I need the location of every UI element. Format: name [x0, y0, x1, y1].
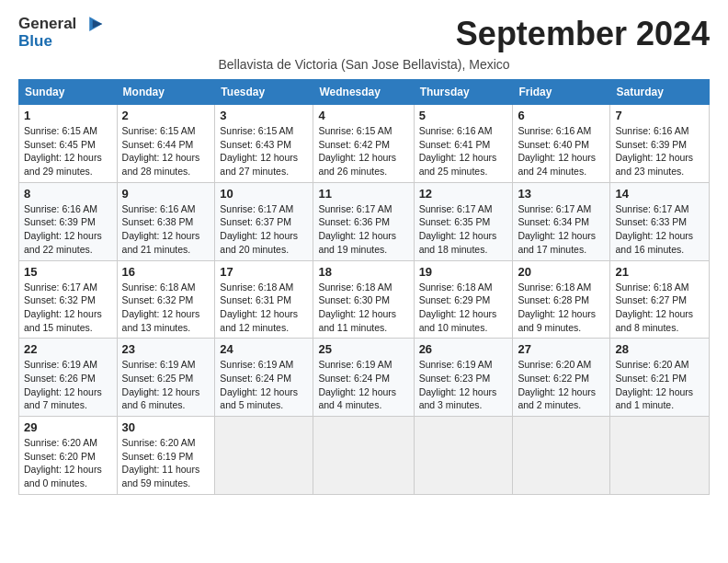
- calendar-cell: 6Sunrise: 6:16 AMSunset: 6:40 PMDaylight…: [513, 105, 610, 183]
- cell-line: Sunrise: 6:20 AM: [24, 437, 97, 448]
- calendar-week-row-5: 29Sunrise: 6:20 AMSunset: 6:20 PMDayligh…: [19, 417, 710, 495]
- cell-line: Sunset: 6:39 PM: [615, 139, 687, 150]
- cell-line: Daylight: 12 hours: [318, 230, 396, 241]
- calendar-week-row-2: 8Sunrise: 6:16 AMSunset: 6:39 PMDaylight…: [19, 182, 710, 260]
- calendar-cell: [513, 417, 610, 495]
- day-number: 14: [615, 187, 704, 201]
- day-number: 10: [220, 187, 308, 201]
- calendar-cell: 13Sunrise: 6:17 AMSunset: 6:34 PMDayligh…: [513, 182, 610, 260]
- cell-content: Sunrise: 6:15 AMSunset: 6:45 PMDaylight:…: [24, 124, 112, 178]
- cell-line: Sunset: 6:32 PM: [122, 294, 194, 305]
- cell-line: Sunset: 6:27 PM: [615, 294, 687, 305]
- cell-content: Sunrise: 6:15 AMSunset: 6:44 PMDaylight:…: [122, 124, 210, 178]
- cell-line: Sunrise: 6:20 AM: [122, 437, 196, 448]
- calendar-cell: 24Sunrise: 6:19 AMSunset: 6:24 PMDayligh…: [215, 339, 313, 417]
- calendar-cell: 20Sunrise: 6:18 AMSunset: 6:28 PMDayligh…: [513, 260, 610, 339]
- cell-line: Sunset: 6:22 PM: [518, 373, 589, 384]
- cell-content: Sunrise: 6:18 AMSunset: 6:27 PMDaylight:…: [615, 281, 704, 335]
- cell-content: Sunrise: 6:15 AMSunset: 6:42 PMDaylight:…: [318, 124, 408, 178]
- cell-content: Sunrise: 6:20 AMSunset: 6:19 PMDaylight:…: [122, 436, 210, 490]
- cell-content: Sunrise: 6:16 AMSunset: 6:41 PMDaylight:…: [419, 124, 508, 178]
- cell-content: Sunrise: 6:18 AMSunset: 6:30 PMDaylight:…: [318, 281, 408, 335]
- cell-line: Sunrise: 6:15 AM: [24, 125, 97, 136]
- cell-content: Sunrise: 6:20 AMSunset: 6:21 PMDaylight:…: [615, 358, 704, 412]
- cell-content: Sunrise: 6:18 AMSunset: 6:28 PMDaylight:…: [518, 281, 605, 335]
- cell-line: Daylight: 12 hours: [24, 308, 102, 319]
- cell-line: and 15 minutes.: [24, 322, 93, 333]
- cell-line: Sunrise: 6:19 AM: [318, 359, 392, 370]
- cell-line: Sunset: 6:31 PM: [220, 294, 291, 305]
- cell-content: Sunrise: 6:17 AMSunset: 6:35 PMDaylight:…: [419, 202, 508, 257]
- calendar-cell: 16Sunrise: 6:18 AMSunset: 6:32 PMDayligh…: [117, 260, 215, 339]
- cell-line: Sunset: 6:44 PM: [122, 139, 194, 150]
- cell-line: and 20 minutes.: [220, 244, 289, 255]
- cell-line: Daylight: 12 hours: [518, 230, 596, 241]
- cell-line: Daylight: 12 hours: [615, 152, 693, 163]
- calendar-cell: 21Sunrise: 6:18 AMSunset: 6:27 PMDayligh…: [610, 260, 710, 339]
- cell-line: Sunrise: 6:17 AM: [220, 203, 293, 214]
- logo: General Blue: [18, 15, 104, 51]
- cell-line: and 29 minutes.: [24, 166, 93, 177]
- day-number: 4: [318, 109, 408, 122]
- cell-line: Daylight: 12 hours: [122, 230, 200, 241]
- cell-line: Daylight: 12 hours: [220, 152, 298, 163]
- cell-line: Daylight: 12 hours: [122, 386, 200, 397]
- calendar-cell: 8Sunrise: 6:16 AMSunset: 6:39 PMDaylight…: [19, 182, 118, 260]
- day-number: 2: [122, 109, 210, 122]
- cell-line: Sunrise: 6:16 AM: [615, 125, 688, 136]
- cell-line: and 19 minutes.: [318, 244, 387, 255]
- cell-line: Sunset: 6:24 PM: [318, 373, 390, 384]
- cell-line: Daylight: 12 hours: [518, 308, 596, 319]
- cell-content: Sunrise: 6:19 AMSunset: 6:25 PMDaylight:…: [122, 358, 210, 412]
- cell-line: Daylight: 12 hours: [419, 386, 497, 397]
- month-title: September 2024: [456, 15, 710, 53]
- cell-line: Sunset: 6:41 PM: [419, 139, 491, 150]
- cell-line: and 10 minutes.: [419, 322, 488, 333]
- cell-line: and 8 minutes.: [615, 322, 678, 333]
- calendar-cell: 2Sunrise: 6:15 AMSunset: 6:44 PMDaylight…: [117, 105, 215, 183]
- cell-line: Daylight: 12 hours: [122, 152, 200, 163]
- cell-line: and 0 minutes.: [24, 477, 87, 488]
- svg-marker-1: [93, 20, 103, 29]
- day-number: 20: [518, 265, 605, 279]
- cell-line: Daylight: 12 hours: [518, 152, 596, 163]
- calendar-cell: 25Sunrise: 6:19 AMSunset: 6:24 PMDayligh…: [313, 339, 414, 417]
- cell-content: Sunrise: 6:20 AMSunset: 6:20 PMDaylight:…: [24, 436, 112, 490]
- calendar-cell: 22Sunrise: 6:19 AMSunset: 6:26 PMDayligh…: [19, 339, 118, 417]
- day-number: 22: [24, 342, 112, 356]
- cell-line: Sunrise: 6:15 AM: [318, 125, 392, 136]
- cell-line: Sunrise: 6:16 AM: [122, 203, 196, 214]
- cell-line: and 59 minutes.: [122, 477, 191, 488]
- calendar-cell: 4Sunrise: 6:15 AMSunset: 6:42 PMDaylight…: [313, 105, 414, 183]
- cell-line: Daylight: 12 hours: [615, 230, 693, 241]
- day-number: 16: [122, 265, 210, 279]
- cell-line: Sunrise: 6:19 AM: [24, 359, 97, 370]
- cell-line: Sunrise: 6:17 AM: [518, 203, 591, 214]
- cell-content: Sunrise: 6:18 AMSunset: 6:29 PMDaylight:…: [419, 281, 508, 335]
- logo-icon: [78, 15, 104, 33]
- calendar-cell: 26Sunrise: 6:19 AMSunset: 6:23 PMDayligh…: [414, 339, 513, 417]
- cell-line: Daylight: 12 hours: [220, 386, 298, 397]
- cell-line: and 12 minutes.: [220, 322, 289, 333]
- cell-line: and 18 minutes.: [419, 244, 488, 255]
- cell-line: Daylight: 12 hours: [318, 386, 396, 397]
- cell-line: Daylight: 12 hours: [24, 152, 102, 163]
- cell-content: Sunrise: 6:16 AMSunset: 6:39 PMDaylight:…: [615, 124, 704, 178]
- calendar-cell: 11Sunrise: 6:17 AMSunset: 6:36 PMDayligh…: [313, 182, 414, 260]
- calendar-cell: 14Sunrise: 6:17 AMSunset: 6:33 PMDayligh…: [610, 182, 710, 260]
- day-number: 5: [419, 109, 508, 122]
- cell-line: Sunset: 6:43 PM: [220, 139, 291, 150]
- cell-line: Sunrise: 6:18 AM: [318, 282, 392, 293]
- day-number: 23: [122, 342, 210, 356]
- cell-content: Sunrise: 6:18 AMSunset: 6:32 PMDaylight:…: [122, 281, 210, 335]
- cell-line: and 2 minutes.: [518, 399, 581, 410]
- cell-line: and 23 minutes.: [615, 166, 684, 177]
- cell-content: Sunrise: 6:19 AMSunset: 6:24 PMDaylight:…: [318, 358, 408, 412]
- weekday-header-monday: Monday: [117, 80, 215, 105]
- cell-line: and 1 minute.: [615, 399, 674, 410]
- day-number: 24: [220, 342, 308, 356]
- day-number: 18: [318, 265, 408, 279]
- cell-line: and 21 minutes.: [122, 244, 191, 255]
- cell-line: Sunset: 6:20 PM: [24, 451, 96, 462]
- weekday-header-thursday: Thursday: [414, 80, 513, 105]
